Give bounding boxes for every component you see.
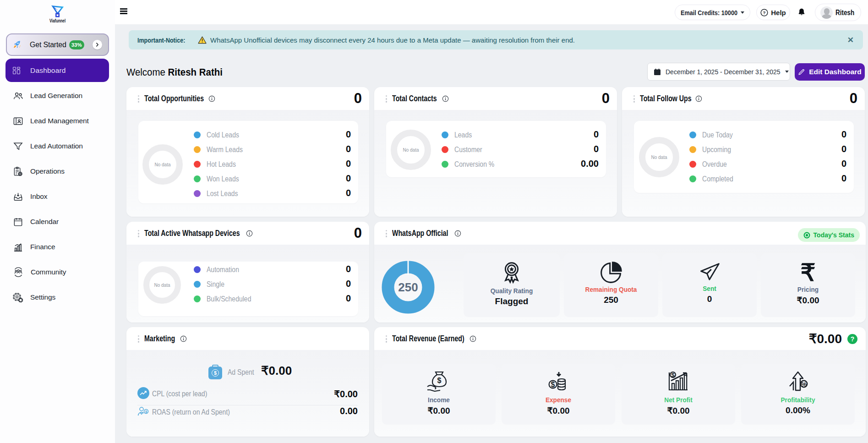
svg-text:%: %	[801, 381, 807, 388]
svg-text:?: ?	[763, 10, 766, 15]
svg-text:$: $	[671, 372, 675, 378]
svg-text:$: $	[551, 381, 555, 388]
svg-text:250: 250	[398, 280, 418, 294]
svg-text:$: $	[437, 377, 442, 384]
